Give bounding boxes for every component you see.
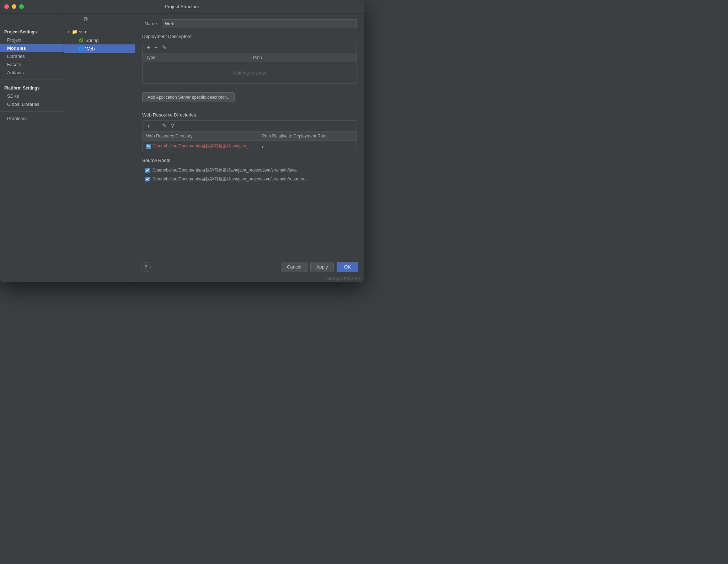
window-title: Project Structure [165, 4, 199, 9]
help-button[interactable]: ? [141, 262, 151, 272]
deployment-table-header: Type Path [143, 53, 357, 62]
tree-item-web[interactable]: ▶ 🌐 Web [64, 44, 135, 53]
tree-add-button[interactable]: + [67, 16, 73, 23]
tree-remove-button[interactable]: − [74, 16, 80, 23]
sidebar-divider-2 [0, 111, 64, 112]
sidebar-item-libraries[interactable]: Libraries [0, 52, 64, 60]
wr-edit-button[interactable]: ✎ [161, 123, 168, 130]
titlebar: Project Structure [0, 0, 364, 13]
module-tree-panel: + − ⧉ ▼ 📁 ssm ▶ 🌿 Spring ▶ 🌐 Web [64, 13, 135, 282]
platform-settings-header: Platform Settings [0, 83, 64, 92]
deployment-table-body: Nothing to show [143, 62, 357, 83]
wr-col-path-header: Path Relative to Deployment Root [259, 132, 357, 140]
deployment-add-button[interactable]: + [145, 44, 151, 51]
wr-table-header: Web Resource Directory Path Relative to … [143, 132, 357, 141]
module-folder-icon: 📁 [72, 29, 77, 34]
apply-button[interactable]: Apply [310, 262, 334, 272]
cancel-button[interactable]: Cancel [281, 262, 307, 272]
name-input[interactable] [162, 19, 357, 28]
wr-toolbar: + − ✎ ? [143, 121, 357, 132]
sidebar-item-facets[interactable]: Facets [0, 60, 64, 69]
project-settings-header: Project Settings [0, 27, 64, 36]
wr-dir-cell: W /Users/beiluo/Documents/自我学习档案/Java/ja… [143, 142, 259, 150]
sidebar-item-modules[interactable]: Modules [0, 44, 64, 52]
sidebar-item-global-libraries[interactable]: Global Libraries [0, 100, 64, 108]
bottom-bar: ? Cancel Apply OK [135, 258, 364, 276]
sidebar-item-sdks[interactable]: SDKs [0, 92, 64, 100]
sidebar-item-problems[interactable]: Problems [0, 114, 64, 123]
wr-help-button[interactable]: ? [170, 123, 176, 130]
forward-button[interactable]: → [14, 17, 22, 25]
web-resource-directories-title: Web Resource Directories [142, 112, 357, 118]
sidebar-divider [0, 80, 64, 80]
sidebar: ← → Project Settings Project Modules Lib… [0, 13, 64, 282]
spring-icon: 🌿 [78, 37, 84, 43]
wr-path-cell: / [259, 143, 357, 150]
source-roots-title: Source Roots [142, 158, 357, 163]
back-button[interactable]: ← [3, 17, 11, 25]
maximize-button[interactable] [19, 4, 24, 9]
module-tree-content: ▼ 📁 ssm ▶ 🌿 Spring ▶ 🌐 Web [64, 25, 135, 282]
deployment-toolbar: + − ✎ [143, 42, 357, 53]
source-roots-list: /Users/beiluo/Documents/自我学习档案/Java/java… [142, 166, 357, 184]
empty-text: Nothing to show [233, 70, 266, 76]
wr-dir-icon: W [146, 144, 151, 149]
minimize-button[interactable] [12, 4, 16, 9]
deployment-descriptors-block: + − ✎ Type Path Nothing to show [142, 42, 357, 84]
web-icon: 🌐 [78, 46, 84, 51]
wr-remove-button[interactable]: − [153, 123, 159, 130]
wr-row-0[interactable]: W /Users/beiluo/Documents/自我学习档案/Java/ja… [143, 141, 357, 152]
close-button[interactable] [4, 4, 9, 9]
tree-copy-button[interactable]: ⧉ [82, 16, 89, 23]
watermark: CSDN @我有满天星辰 [135, 276, 364, 282]
deployment-remove-button[interactable]: − [153, 44, 159, 51]
ok-button[interactable]: OK [337, 262, 358, 272]
sidebar-nav: ← → [0, 16, 64, 27]
web-resource-directories-block: + − ✎ ? Web Resource Directory Path Rela… [142, 120, 357, 152]
wr-col-dir-header: Web Resource Directory [143, 132, 259, 140]
col-path-header: Path [250, 53, 357, 62]
tree-toolbar: + − ⧉ [64, 13, 135, 25]
main-layout: ← → Project Settings Project Modules Lib… [0, 13, 364, 282]
chevron-down-icon: ▼ [67, 30, 70, 34]
sidebar-item-project[interactable]: Project [0, 36, 64, 44]
source-root-0-checkbox[interactable] [145, 168, 150, 173]
content-body: Name: Deployment Descriptors + − ✎ Type … [135, 13, 364, 258]
source-root-1-checkbox[interactable] [145, 177, 150, 181]
source-root-1-path: /Users/beiluo/Documents/自我学习档案/Java/java… [152, 176, 307, 182]
source-root-1: /Users/beiluo/Documents/自我学习档案/Java/java… [142, 175, 357, 184]
wr-add-button[interactable]: + [145, 123, 151, 130]
main-content: Name: Deployment Descriptors + − ✎ Type … [135, 13, 364, 282]
sidebar-item-artifacts[interactable]: Artifacts [0, 69, 64, 77]
name-field-row: Name: [142, 19, 357, 28]
source-root-0-path: /Users/beiluo/Documents/自我学习档案/Java/java… [152, 167, 296, 173]
name-label: Name: [142, 21, 158, 26]
add-server-descriptor-button[interactable]: Add Application Server specific descript… [142, 92, 235, 102]
bottom-buttons: Cancel Apply OK [281, 262, 358, 272]
tree-item-spring[interactable]: ▶ 🌿 Spring [64, 36, 135, 44]
source-root-0: /Users/beiluo/Documents/自我学习档案/Java/java… [142, 166, 357, 175]
wr-table-body: W /Users/beiluo/Documents/自我学习档案/Java/ja… [143, 141, 357, 152]
deployment-edit-button[interactable]: ✎ [161, 44, 168, 51]
tree-item-ssm[interactable]: ▼ 📁 ssm [64, 27, 135, 36]
window-controls [4, 4, 24, 9]
deployment-descriptors-title: Deployment Descriptors [142, 34, 357, 39]
col-type-header: Type [143, 53, 250, 62]
